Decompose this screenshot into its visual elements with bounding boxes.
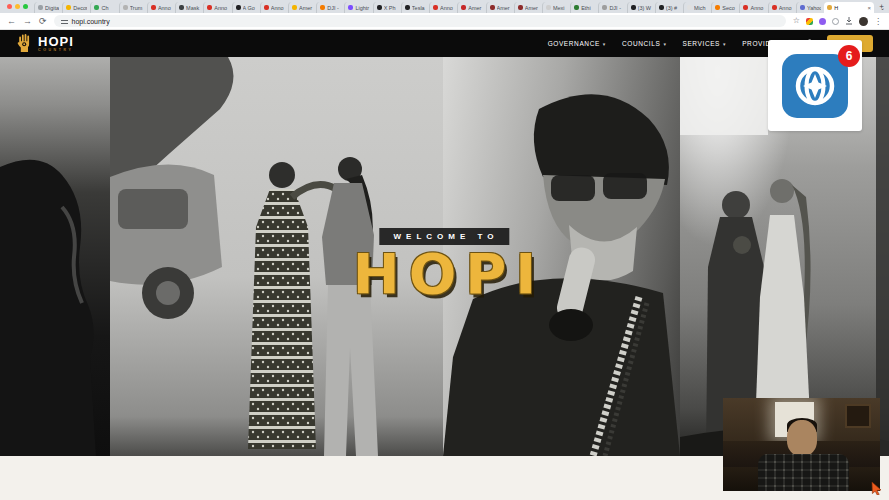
tab-title: Decor <box>73 5 87 11</box>
tab-favicon <box>461 5 466 10</box>
hero-text-block: WELCOME TO HOPI <box>344 225 545 300</box>
hopi-logo[interactable]: HOPI COUNTRY <box>16 34 74 53</box>
browser-tab[interactable]: (3) W <box>627 2 655 13</box>
browser-tab-strip: DigitaDecorChTrumAnnoMaskAnnoA GoAnnoAme… <box>0 0 889 13</box>
browser-tab[interactable]: Seco <box>711 2 739 13</box>
browser-menu-icon[interactable]: ⋮ <box>874 17 882 26</box>
url-text: hopi.country <box>72 18 110 25</box>
tab-close-icon[interactable]: × <box>868 5 872 11</box>
tab-title: Anno <box>158 5 172 11</box>
browser-tab[interactable]: Yahoo <box>796 2 824 13</box>
browser-tab[interactable]: DJI - <box>316 2 344 13</box>
tab-title: Ch <box>101 5 115 11</box>
tab-title: Digita <box>45 5 59 11</box>
hero-section: WELCOME TO HOPI <box>0 57 889 456</box>
tab-title: Trum <box>130 5 144 11</box>
tab-favicon <box>66 5 71 10</box>
webcam-person-face <box>787 420 817 456</box>
browser-tab[interactable]: Anno <box>768 2 796 13</box>
profile-avatar[interactable] <box>859 17 868 26</box>
tab-favicon <box>264 5 269 10</box>
tab-title: H <box>834 5 865 11</box>
browser-tab-active[interactable]: H× <box>824 2 874 13</box>
browser-tab[interactable]: Amer <box>486 2 514 13</box>
toolbar-icons: ☆ ⋮ <box>793 17 882 26</box>
browser-tab[interactable]: Amer <box>457 2 485 13</box>
minimize-window-button[interactable] <box>15 4 20 9</box>
browser-tab[interactable]: Mexi <box>542 2 570 13</box>
tab-title: A Go <box>243 5 257 11</box>
extension-icon[interactable] <box>832 18 839 25</box>
back-button[interactable]: ← <box>7 17 16 26</box>
tab-favicon <box>179 5 184 10</box>
tab-favicon <box>546 5 551 10</box>
nav-item-governance[interactable]: GOVERNANCE▾ <box>548 40 606 47</box>
tab-favicon <box>405 5 410 10</box>
tab-favicon <box>320 5 325 10</box>
tab-title: Anno <box>779 5 793 11</box>
reload-button[interactable]: ⟳ <box>39 17 47 26</box>
chevron-down-icon: ▾ <box>603 41 606 47</box>
tab-title: (3) W <box>638 5 652 11</box>
address-bar[interactable]: hopi.country <box>54 15 786 27</box>
browser-tab[interactable]: Amer <box>288 2 316 13</box>
chevron-down-icon: ▾ <box>663 41 666 47</box>
tab-favicon <box>772 5 777 10</box>
tab-favicon <box>94 5 99 10</box>
bookmark-star-icon[interactable]: ☆ <box>793 17 800 25</box>
tab-favicon <box>800 5 805 10</box>
download-icon[interactable] <box>845 17 853 25</box>
browser-tab[interactable]: DJI - <box>598 2 626 13</box>
zoom-window-button[interactable] <box>23 4 28 9</box>
browser-tab[interactable]: Mask <box>175 2 203 13</box>
browser-tab[interactable]: Anno <box>739 2 767 13</box>
site-header: HOPI COUNTRY GOVERNANCE▾COUNCILS▾SERVICE… <box>0 30 889 57</box>
browser-tab[interactable]: Anno <box>260 2 288 13</box>
extension-icon[interactable] <box>806 18 813 25</box>
nav-item-services[interactable]: SERVICES▾ <box>683 40 727 47</box>
browser-tab[interactable]: Digita <box>34 2 62 13</box>
browser-tab[interactable]: Decor <box>62 2 90 13</box>
browser-tab[interactable]: Mich <box>683 2 711 13</box>
nav-item-councils[interactable]: COUNCILS▾ <box>622 40 667 47</box>
tab-favicon <box>433 5 438 10</box>
browser-tab[interactable]: Ch <box>90 2 118 13</box>
browser-tab[interactable]: X Ph <box>373 2 401 13</box>
tab-title: (3) # <box>666 5 680 11</box>
extension-icon[interactable] <box>819 18 826 25</box>
browser-tab[interactable]: Amer <box>514 2 542 13</box>
tab-title: Anno <box>271 5 285 11</box>
forward-button[interactable]: → <box>23 17 32 26</box>
tab-title: Amer <box>525 5 539 11</box>
site-nav-menu: GOVERNANCE▾COUNCILS▾SERVICES▾PROVIDERS▾ <box>548 40 792 47</box>
tab-title: Tesla <box>412 5 426 11</box>
browser-tab[interactable]: Lightr <box>344 2 372 13</box>
tab-list: DigitaDecorChTrumAnnoMaskAnnoA GoAnnoAme… <box>34 2 874 13</box>
globe-app-icon[interactable]: 6 <box>782 54 848 118</box>
tab-favicon <box>743 5 748 10</box>
browser-tab[interactable]: Tesla <box>401 2 429 13</box>
tab-favicon <box>292 5 297 10</box>
tab-favicon <box>377 5 382 10</box>
tab-favicon <box>236 5 241 10</box>
tab-favicon <box>151 5 156 10</box>
tab-favicon <box>687 5 692 10</box>
browser-tab[interactable]: Anno <box>203 2 231 13</box>
close-window-button[interactable] <box>7 4 12 9</box>
tab-title: DJI - <box>609 5 623 11</box>
tab-overflow-button[interactable]: ⌄ <box>880 4 885 11</box>
browser-tab[interactable]: Ethi <box>570 2 598 13</box>
tab-title: Mexi <box>553 5 567 11</box>
browser-tab[interactable]: (3) # <box>655 2 683 13</box>
site-settings-icon[interactable] <box>61 18 68 25</box>
tab-favicon <box>490 5 495 10</box>
browser-toolbar: ← → ⟳ hopi.country ☆ ⋮ <box>0 13 889 30</box>
browser-tab[interactable]: Anno <box>147 2 175 13</box>
browser-tab[interactable]: Trum <box>119 2 147 13</box>
browser-tab[interactable]: A Go <box>232 2 260 13</box>
tab-favicon <box>123 5 128 10</box>
tab-title: Anno <box>440 5 454 11</box>
tab-favicon <box>574 5 579 10</box>
tab-title: Amer <box>468 5 482 11</box>
browser-tab[interactable]: Anno <box>429 2 457 13</box>
